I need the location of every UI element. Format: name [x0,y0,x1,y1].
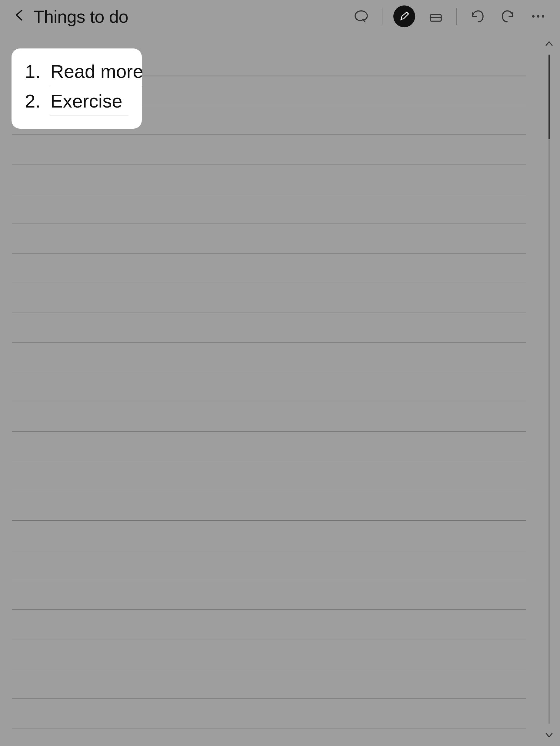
scrollbar-track [538,33,560,746]
line-11 [12,372,526,372]
page-title: Things to do [33,6,128,27]
line-6 [12,224,526,224]
scrollbar-thumb[interactable] [549,55,550,139]
note-number-1: 1. [25,59,40,84]
note-text-2: Exercise [50,91,122,111]
line-5 [12,194,526,194]
line-4 [12,164,526,165]
line-19 [12,609,526,610]
svg-point-3 [542,15,544,18]
line-7 [12,253,526,254]
line-20 [12,639,526,639]
note-item-1: 1. Read more [25,59,129,86]
scroll-up-button[interactable] [538,33,560,55]
toolbar-divider-2 [456,8,457,25]
line-9 [12,313,526,313]
line-12 [12,402,526,402]
note-line-wrapper-1: Read more [50,59,143,86]
note-number-2: 2. [25,89,40,114]
note-line-wrapper-2: Exercise [50,89,129,116]
undo-button[interactable] [468,7,487,26]
line-23 [12,728,526,728]
scroll-down-button[interactable] [538,724,560,746]
line-17 [12,550,526,550]
toolbar-right [352,5,548,27]
line-16 [12,520,526,521]
line-18 [12,580,526,580]
lasso-tool-button[interactable] [352,7,371,26]
line-8 [12,283,526,283]
toolbar: Things to do [0,0,560,33]
line-13 [12,431,526,432]
line-10 [12,342,526,343]
eraser-tool-button[interactable] [426,7,445,26]
svg-point-1 [532,15,535,18]
canvas-area[interactable]: 1. Read more 2. Exercise [0,33,538,746]
line-14 [12,461,526,461]
line-3 [12,135,526,135]
lines-container [12,33,526,746]
toolbar-left: Things to do [12,6,352,27]
note-item-2: 2. Exercise [25,89,129,116]
note-card: 1. Read more 2. Exercise [11,49,142,129]
line-22 [12,698,526,699]
note-text-1: Read more [50,61,143,82]
back-button[interactable] [12,7,28,25]
redo-button[interactable] [498,7,517,26]
pen-tool-button[interactable] [393,5,415,27]
toolbar-divider-1 [382,8,383,25]
line-21 [12,669,526,669]
line-15 [12,491,526,491]
more-options-button[interactable] [529,7,548,26]
scrollbar-rail [549,55,550,724]
svg-point-2 [537,15,539,18]
